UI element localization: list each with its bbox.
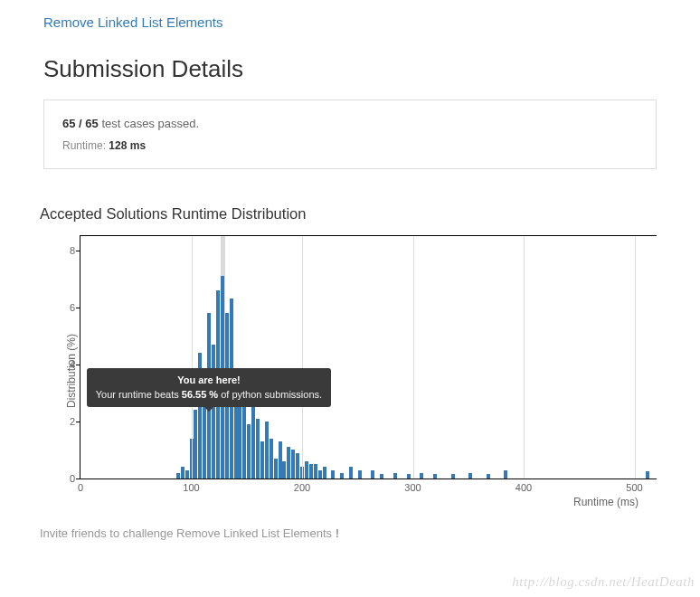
distribution-bar[interactable] xyxy=(380,474,383,479)
distribution-bar[interactable] xyxy=(371,470,374,479)
distribution-bar[interactable] xyxy=(176,473,180,479)
distribution-bar[interactable] xyxy=(451,474,455,479)
y-axis-label: Distribution (%) xyxy=(65,334,78,408)
page-title: Submission Details xyxy=(43,55,657,83)
x-tick-label: 200 xyxy=(294,479,310,493)
distribution-bar[interactable] xyxy=(247,424,251,479)
distribution-bar[interactable] xyxy=(270,439,273,479)
tooltip-line2-suffix: of python submissions. xyxy=(218,389,322,400)
distribution-bar[interactable] xyxy=(433,474,437,479)
gridline-v xyxy=(413,236,414,479)
distribution-bar[interactable] xyxy=(487,474,490,479)
gridline-v xyxy=(524,236,525,479)
total-count: 65 xyxy=(85,117,98,130)
distribution-bar[interactable] xyxy=(349,467,353,479)
distribution-bar[interactable] xyxy=(296,453,299,479)
distribution-bar[interactable] xyxy=(256,419,260,479)
x-axis-label: Runtime (ms) xyxy=(573,496,639,508)
invite-suffix: ! xyxy=(332,526,339,540)
runtime-prefix: Runtime: xyxy=(62,139,109,152)
problem-link[interactable]: Remove Linked List Elements xyxy=(43,14,222,30)
test-cases-suffix: test cases passed. xyxy=(99,117,199,130)
distribution-bar[interactable] xyxy=(331,470,335,479)
distribution-bar[interactable] xyxy=(282,461,286,479)
distribution-bar[interactable] xyxy=(185,470,189,479)
distribution-bar[interactable] xyxy=(393,473,397,479)
distribution-bar[interactable] xyxy=(318,470,322,479)
x-tick-label: 500 xyxy=(626,479,642,493)
distribution-bar[interactable] xyxy=(260,441,264,479)
tooltip-line1: You are here! xyxy=(177,374,241,385)
tooltip-percent: 56.55 % xyxy=(182,389,218,400)
distribution-bar[interactable] xyxy=(274,459,278,479)
invite-line: Invite friends to challenge Remove Linke… xyxy=(40,526,657,540)
distribution-bar[interactable] xyxy=(305,461,308,479)
invite-problem: Remove Linked List Elements xyxy=(176,526,332,540)
x-tick-label: 400 xyxy=(516,479,532,493)
distribution-bar[interactable] xyxy=(468,473,472,479)
distribution-bar[interactable] xyxy=(323,467,326,479)
runtime-distribution-chart: Distribution (%) You are here! Your runt… xyxy=(52,235,657,507)
you-are-here-tooltip: You are here! Your runtime beats 56.55 %… xyxy=(87,368,331,407)
x-tick-label: 100 xyxy=(183,479,199,493)
distribution-bar[interactable] xyxy=(251,407,255,479)
runtime-value: 128 ms xyxy=(109,139,146,152)
tooltip-line2-prefix: Your runtime beats xyxy=(96,389,182,400)
distribution-bar[interactable] xyxy=(504,470,507,479)
chart-title: Accepted Solutions Runtime Distribution xyxy=(40,205,657,223)
gridline-v xyxy=(192,236,193,479)
distribution-bar[interactable] xyxy=(287,447,290,479)
x-tick-label: 300 xyxy=(404,479,421,493)
invite-prefix: Invite friends to challenge xyxy=(40,526,176,540)
gridline-v xyxy=(302,236,303,479)
runtime-line: Runtime: 128 ms xyxy=(62,139,638,152)
distribution-bar[interactable] xyxy=(265,422,269,479)
distribution-bar[interactable] xyxy=(181,467,184,479)
distribution-bar[interactable] xyxy=(309,464,313,479)
stats-box: 65 / 65 test cases passed. Runtime: 128 … xyxy=(43,100,657,169)
test-cases-line: 65 / 65 test cases passed. xyxy=(62,117,638,130)
distribution-bar[interactable] xyxy=(358,470,362,479)
distribution-bar[interactable] xyxy=(279,441,282,479)
distribution-bar[interactable] xyxy=(314,464,317,479)
distribution-bar[interactable] xyxy=(291,450,295,479)
passed-count: 65 xyxy=(62,117,75,130)
gridline-v xyxy=(635,236,636,479)
distribution-bar[interactable] xyxy=(340,473,344,479)
distribution-bar[interactable] xyxy=(194,410,197,479)
distribution-bar[interactable] xyxy=(646,471,649,479)
